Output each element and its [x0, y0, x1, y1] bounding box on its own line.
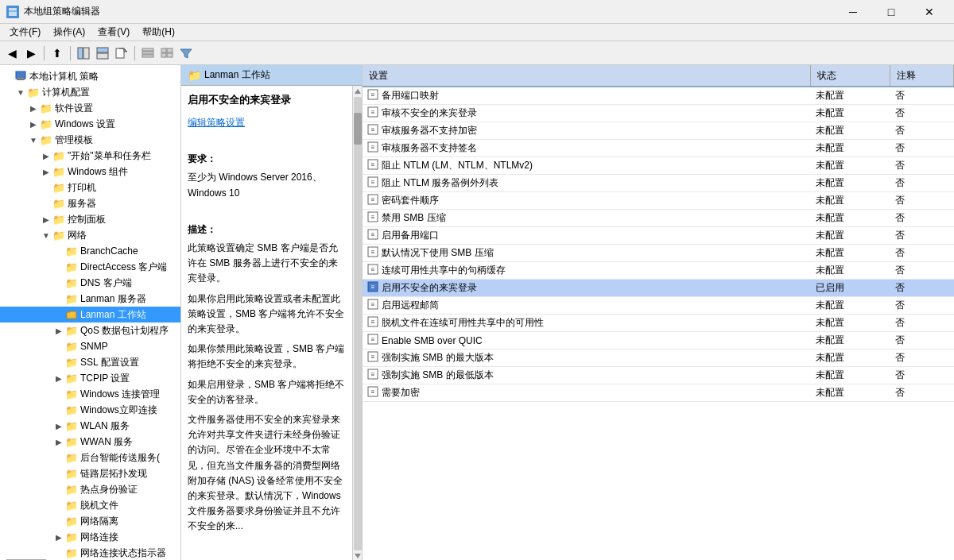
table-row[interactable]: ≡连续可用性共享中的句柄缓存未配置否 — [363, 262, 954, 280]
sidebar-label: 网络隔离 — [80, 515, 118, 528]
settings-status-cell: 未配置 — [811, 315, 890, 331]
sidebar-item-bits[interactable]: 📁 后台智能传送服务( — [0, 450, 180, 465]
settings-name-text: 默认情况下使用 SMB 压缩 — [382, 246, 494, 260]
sidebar-item-network-isolation[interactable]: 📁 网络隔离 — [0, 513, 180, 529]
toolbar-new[interactable] — [113, 44, 130, 62]
table-row[interactable]: ≡审核不安全的来宾登录未配置否 — [363, 105, 954, 122]
minimize-button[interactable]: ─ — [835, 0, 871, 24]
policy-icon: ≡ — [367, 281, 378, 295]
menu-view[interactable]: 查看(V) — [91, 24, 136, 41]
sidebar-item-computer-config[interactable]: ▼ 📁 计算机配置 — [0, 84, 180, 100]
folder-icon: 📁 — [52, 197, 65, 210]
tree-toggle: ▶ — [52, 533, 65, 542]
sidebar-item-wlan[interactable]: ▶ 📁 WLAN 服务 — [0, 418, 180, 434]
folder-icon: 📁 — [65, 276, 78, 289]
sidebar-item-snmp[interactable]: 📁 SNMP — [0, 338, 180, 354]
sidebar-item-server[interactable]: 📁 服务器 — [0, 195, 180, 211]
folder-icon: 📁 — [65, 531, 78, 543]
toolbar-list1[interactable] — [139, 44, 157, 62]
toolbar: ◀ ▶ ⬆ — [0, 41, 954, 65]
toolbar-back[interactable]: ◀ — [3, 44, 21, 62]
sidebar-item-tcpip[interactable]: ▶ 📁 TCPIP 设置 — [0, 370, 180, 386]
sidebar-label: WWAN 服务 — [80, 435, 133, 449]
settings-note-cell: 否 — [890, 140, 954, 156]
scroll-up-icon[interactable] — [355, 89, 361, 94]
sidebar-item-dns[interactable]: 📁 DNS 客户端 — [0, 275, 180, 291]
svg-text:≡: ≡ — [371, 284, 375, 291]
settings-name-cell: ≡阻止 NTLM (LM、NTLM、NTLMv2) — [363, 157, 811, 174]
policy-icon: ≡ — [367, 211, 378, 225]
sidebar-item-directaccess[interactable]: 📁 DirectAccess 客户端 — [0, 259, 180, 275]
sidebar-item-hotspot[interactable]: 📁 热点身份验证 — [0, 481, 180, 497]
settings-status-cell: 未配置 — [811, 297, 890, 314]
sidebar-tree: 本地计算机 策略 ▼ 📁 计算机配置 ▶ 📁 软件设置 ▶ 📁 Windows … — [0, 65, 181, 560]
folder-icon: 📁 — [65, 451, 78, 464]
sidebar-item-ncsi[interactable]: 📁 网络连接状态指示器 — [0, 545, 180, 560]
table-row[interactable]: ≡启用备用端口未配置否 — [363, 227, 954, 245]
table-row[interactable]: ≡审核服务器不支持加密未配置否 — [363, 122, 954, 140]
sidebar-item-offline-files[interactable]: 📁 脱机文件 — [0, 497, 180, 513]
menu-help[interactable]: 帮助(H) — [136, 24, 181, 41]
toolbar-list2[interactable] — [158, 44, 176, 62]
policy-icon: ≡ — [367, 299, 378, 312]
table-row[interactable]: ≡启用不安全的来宾登录已启用否 — [363, 280, 954, 297]
settings-name-text: 审核服务器不支持加密 — [382, 124, 477, 137]
table-row[interactable]: ≡审核服务器不支持签名未配置否 — [363, 140, 954, 157]
table-row[interactable]: ≡密码套件顺序未配置否 — [363, 192, 954, 210]
policy-icon: ≡ — [367, 351, 378, 365]
table-row[interactable]: ≡阻止 NTLM (LM、NTLM、NTLMv2)未配置否 — [363, 157, 954, 175]
sidebar-item-software[interactable]: ▶ 📁 软件设置 — [0, 100, 180, 116]
folder-icon: 📁 — [65, 467, 78, 480]
sidebar-item-network[interactable]: ▼ 📁 网络 — [0, 227, 180, 243]
toolbar-up2[interactable] — [94, 44, 111, 62]
sidebar-item-wcm[interactable]: 📁 Windows 连接管理 — [0, 386, 180, 402]
menu-action[interactable]: 操作(A) — [47, 24, 91, 41]
sidebar-item-qos[interactable]: ▶ 📁 QoS 数据包计划程序 — [0, 322, 180, 338]
middle-scrollbar[interactable] — [352, 86, 362, 560]
toolbar-up[interactable]: ⬆ — [48, 44, 66, 62]
toolbar-sep3 — [134, 46, 135, 60]
sidebar-item-admin-templates[interactable]: ▼ 📁 管理模板 — [0, 132, 180, 148]
close-button[interactable]: ✕ — [911, 0, 948, 24]
toolbar-forward[interactable]: ▶ — [22, 44, 40, 62]
table-row[interactable]: ≡阻止 NTLM 服务器例外列表未配置否 — [363, 175, 954, 192]
sidebar-item-start-menu[interactable]: ▶ 📁 "开始"菜单和任务栏 — [0, 148, 180, 164]
policy-icon: ≡ — [367, 194, 378, 207]
table-row[interactable]: ≡默认情况下使用 SMB 压缩未配置否 — [363, 245, 954, 262]
menu-file[interactable]: 文件(F) — [3, 24, 47, 41]
table-row[interactable]: ≡禁用 SMB 压缩未配置否 — [363, 210, 954, 227]
scroll-down-icon[interactable] — [355, 554, 361, 558]
sidebar-item-windows-settings[interactable]: ▶ 📁 Windows 设置 — [0, 116, 180, 132]
scroll-thumb[interactable] — [354, 113, 362, 145]
sidebar-item-wic[interactable]: 📁 Windows立即连接 — [0, 402, 180, 418]
table-row[interactable]: ≡启用远程邮简未配置否 — [363, 297, 954, 315]
col-header-settings[interactable]: 设置 — [363, 65, 811, 86]
sidebar-item-root[interactable]: 本地计算机 策略 — [0, 68, 180, 84]
sidebar-item-lanman-workstation[interactable]: Lanman 工作站 — [0, 307, 180, 322]
sidebar-item-lldp[interactable]: 📁 链路层拓扑发现 — [0, 465, 180, 481]
table-row[interactable]: ≡强制实施 SMB 的最低版本未配置否 — [363, 367, 954, 384]
sidebar-item-branchcache[interactable]: 📁 BranchCache — [0, 243, 180, 259]
settings-name-text: 阻止 NTLM 服务器例外列表 — [382, 176, 498, 190]
maximize-button[interactable]: □ — [873, 0, 909, 24]
sidebar-item-printer[interactable]: 📁 打印机 — [0, 180, 180, 195]
table-row[interactable]: ≡强制实施 SMB 的最大版本未配置否 — [363, 350, 954, 367]
edit-policy-link[interactable]: 编辑策略设置 — [188, 117, 245, 128]
sidebar-item-control-panel[interactable]: ▶ 📁 控制面板 — [0, 211, 180, 227]
table-row[interactable]: ≡Enable SMB over QUIC未配置否 — [363, 332, 954, 350]
sidebar-item-wwan[interactable]: ▶ 📁 WWAN 服务 — [0, 434, 180, 450]
table-row[interactable]: ≡备用端口映射未配置否 — [363, 87, 954, 105]
col-header-note[interactable]: 注释 — [890, 65, 954, 86]
tree-toggle: ▼ — [40, 231, 52, 240]
table-row[interactable]: ≡脱机文件在连续可用性共享中的可用性未配置否 — [363, 315, 954, 332]
toolbar-show-hide[interactable] — [75, 44, 92, 62]
policy-icon: ≡ — [367, 159, 378, 172]
sidebar-item-ssl[interactable]: 📁 SSL 配置设置 — [0, 354, 180, 370]
col-header-status[interactable]: 状态 — [811, 65, 890, 86]
sidebar-item-lanman-server[interactable]: 📁 Lanman 服务器 — [0, 291, 180, 307]
sidebar-item-windows-components[interactable]: ▶ 📁 Windows 组件 — [0, 164, 180, 180]
sidebar-item-network-connection[interactable]: ▶ 📁 网络连接 — [0, 529, 180, 545]
toolbar-filter[interactable] — [177, 44, 195, 62]
table-row[interactable]: ≡需要加密未配置否 — [363, 384, 954, 402]
policy-icon: ≡ — [367, 316, 378, 330]
